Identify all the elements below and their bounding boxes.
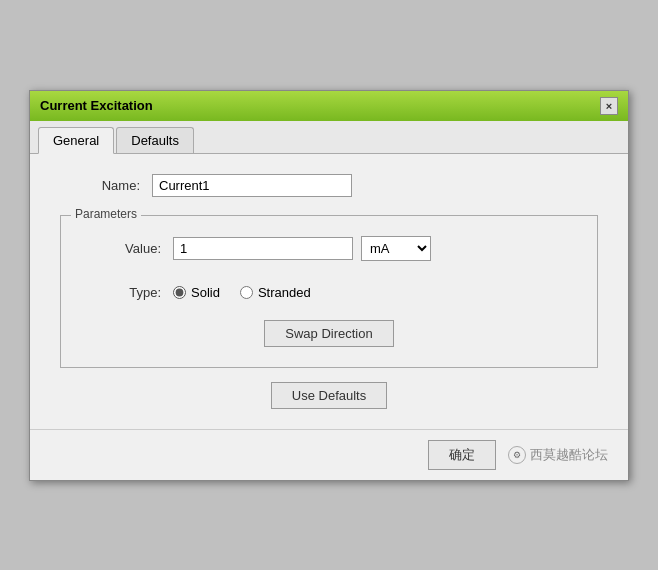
radio-solid-input[interactable]	[173, 286, 186, 299]
tab-general[interactable]: General	[38, 127, 114, 154]
close-button[interactable]: ×	[600, 97, 618, 115]
radio-stranded-label: Stranded	[258, 285, 311, 300]
value-label: Value:	[81, 241, 161, 256]
radio-solid[interactable]: Solid	[173, 285, 220, 300]
swap-direction-button[interactable]: Swap Direction	[264, 320, 393, 347]
parameters-group: Parameters Value: mA A uA nA Type:	[60, 215, 598, 368]
dialog-title: Current Excitation	[40, 98, 153, 113]
watermark: ⚙ 西莫越酷论坛	[508, 446, 608, 464]
type-row: Type: Solid Stranded	[81, 285, 577, 300]
confirm-button[interactable]: 确定	[428, 440, 496, 470]
radio-solid-label: Solid	[191, 285, 220, 300]
radio-stranded[interactable]: Stranded	[240, 285, 311, 300]
name-input[interactable]	[152, 174, 352, 197]
type-label: Type:	[81, 285, 161, 300]
use-defaults-row: Use Defaults	[60, 382, 598, 409]
name-row: Name:	[60, 174, 598, 197]
watermark-text: 西莫越酷论坛	[530, 446, 608, 464]
tab-content: Name: Parameters Value: mA A uA nA Type:	[30, 154, 628, 429]
tab-bar: General Defaults	[30, 121, 628, 154]
type-radio-group: Solid Stranded	[173, 285, 311, 300]
watermark-icon: ⚙	[508, 446, 526, 464]
footer: 确定 ⚙ 西莫越酷论坛	[30, 429, 628, 480]
title-bar: Current Excitation ×	[30, 91, 628, 121]
swap-direction-row: Swap Direction	[81, 320, 577, 347]
use-defaults-button[interactable]: Use Defaults	[271, 382, 387, 409]
parameters-legend: Parameters	[71, 207, 141, 221]
current-excitation-dialog: Current Excitation × General Defaults Na…	[29, 90, 629, 481]
tab-defaults[interactable]: Defaults	[116, 127, 194, 153]
unit-select[interactable]: mA A uA nA	[361, 236, 431, 261]
radio-stranded-input[interactable]	[240, 286, 253, 299]
name-label: Name:	[60, 178, 140, 193]
value-row: Value: mA A uA nA	[81, 236, 577, 261]
value-input[interactable]	[173, 237, 353, 260]
